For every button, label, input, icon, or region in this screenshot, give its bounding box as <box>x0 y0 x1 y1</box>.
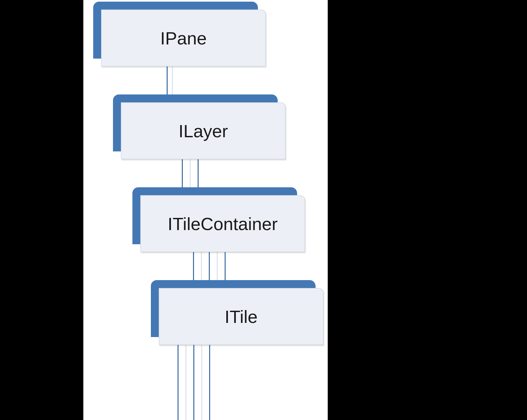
connector <box>193 250 194 283</box>
diagram-canvas: IPane ILayer ITileContainer ITile <box>83 0 328 420</box>
connector <box>209 343 210 420</box>
node-ipane: IPane <box>93 2 266 66</box>
node-front: ITile <box>159 288 323 345</box>
connector <box>172 65 173 98</box>
node-ilayer: ILayer <box>113 94 286 159</box>
node-front: ILayer <box>121 102 286 159</box>
connector <box>201 250 202 283</box>
node-label: ITile <box>225 306 258 327</box>
connector <box>185 343 186 420</box>
connector <box>190 158 191 191</box>
connector <box>209 250 210 283</box>
node-itile: ITile <box>151 280 324 344</box>
connector <box>167 65 168 98</box>
connector <box>178 343 179 420</box>
connector <box>198 158 199 191</box>
connector <box>182 158 183 191</box>
connector <box>193 343 194 420</box>
node-front: IPane <box>101 10 266 66</box>
connector <box>225 250 226 283</box>
node-label: IPane <box>160 28 207 48</box>
connector <box>217 250 218 283</box>
node-label: ILayer <box>179 121 228 141</box>
node-itilecontainer: ITileContainer <box>132 187 305 251</box>
connector <box>201 343 202 420</box>
node-front: ITileContainer <box>140 195 305 252</box>
node-label: ITileContainer <box>168 214 278 234</box>
